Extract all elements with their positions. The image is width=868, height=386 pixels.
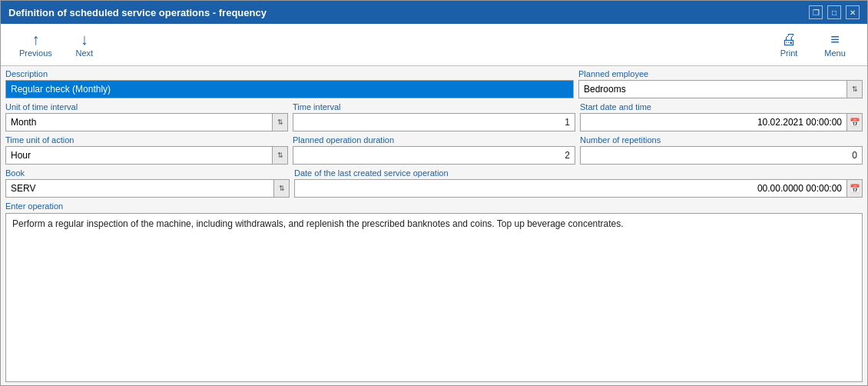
main-content: Description Planned employee ⇅ Unit of t… [1, 66, 867, 385]
print-button[interactable]: 🖨 Print [766, 28, 812, 61]
description-label: Description [5, 69, 574, 78]
previous-label: Previous [19, 48, 52, 58]
planned-employee-dropdown-btn[interactable]: ⇅ [846, 81, 862, 98]
next-label: Next [75, 48, 93, 58]
maximize-button[interactable]: □ [827, 5, 841, 19]
window-title: Definition of scheduled service operatio… [8, 7, 267, 18]
time-unit-action-field: Time unit of action ⇅ [5, 135, 288, 165]
next-icon: ↓ [81, 32, 88, 47]
time-unit-action-dropdown-btn[interactable]: ⇅ [272, 147, 287, 164]
row-3: Time unit of action ⇅ Planned operation … [5, 135, 863, 165]
planned-duration-label: Planned operation duration [293, 135, 575, 145]
time-unit-action-label: Time unit of action [5, 135, 288, 145]
menu-label: Menu [824, 48, 846, 58]
row-4: Book ⇅ Date of the last created service … [5, 168, 863, 198]
enter-operation-field: Enter operation Perform a regular inspec… [5, 201, 863, 382]
close-button[interactable]: ✕ [846, 5, 860, 19]
planned-duration-input[interactable] [293, 146, 575, 165]
unit-time-interval-label: Unit of time interval [5, 102, 288, 111]
print-icon: 🖨 [781, 32, 797, 47]
time-unit-action-wrapper: ⇅ [5, 146, 288, 165]
num-repetitions-field: Number of repetitions [580, 135, 863, 165]
book-label: Book [5, 168, 290, 178]
restore-button[interactable]: ❒ [809, 5, 823, 19]
menu-button[interactable]: ≡ Menu [812, 28, 858, 61]
start-date-label: Start date and time [580, 102, 863, 111]
book-input[interactable] [6, 180, 273, 197]
planned-employee-input-wrapper: ⇅ [578, 80, 863, 98]
unit-time-interval-input[interactable] [6, 114, 272, 131]
row-1: Description Planned employee ⇅ [5, 69, 863, 98]
time-unit-action-input[interactable] [6, 147, 272, 164]
previous-icon: ↑ [31, 32, 39, 47]
book-wrapper: ⇅ [5, 179, 290, 198]
last-service-calendar-btn[interactable]: 📅 [846, 180, 862, 197]
toolbar-right: 🖨 Print ≡ Menu [766, 28, 858, 61]
planned-employee-field: Planned employee ⇅ [578, 69, 863, 98]
start-date-field: Start date and time 📅 [580, 102, 863, 131]
toolbar: ↑ Previous ↓ Next 🖨 Print ≡ Menu [1, 24, 867, 66]
time-interval-input[interactable] [293, 113, 575, 131]
last-service-label: Date of the last created service operati… [294, 168, 863, 178]
last-service-input[interactable] [295, 180, 846, 197]
time-interval-label: Time interval [293, 102, 575, 111]
planned-employee-input[interactable] [579, 81, 846, 98]
row-2: Unit of time interval ⇅ Time interval St… [5, 102, 863, 131]
menu-icon: ≡ [830, 32, 840, 47]
description-input[interactable] [5, 80, 574, 98]
unit-time-interval-field: Unit of time interval ⇅ [5, 102, 288, 131]
enter-operation-text[interactable]: Perform a regular inspection of the mach… [5, 213, 863, 382]
planned-employee-label: Planned employee [578, 69, 863, 78]
last-service-wrapper: 📅 [294, 179, 863, 198]
book-field: Book ⇅ [5, 168, 290, 198]
planned-duration-field: Planned operation duration [293, 135, 575, 165]
unit-time-interval-dropdown-btn[interactable]: ⇅ [272, 114, 287, 131]
main-window: Definition of scheduled service operatio… [0, 0, 868, 386]
start-date-calendar-btn[interactable]: 📅 [846, 114, 862, 131]
enter-operation-label: Enter operation [5, 201, 863, 211]
previous-button[interactable]: ↑ Previous [10, 28, 61, 61]
num-repetitions-input[interactable] [580, 146, 863, 165]
num-repetitions-label: Number of repetitions [580, 135, 863, 145]
description-field: Description [5, 69, 574, 98]
title-bar: Definition of scheduled service operatio… [1, 1, 867, 24]
time-interval-field: Time interval [293, 102, 575, 131]
book-dropdown-btn[interactable]: ⇅ [273, 180, 289, 197]
title-controls: ❒ □ ✕ [809, 5, 860, 19]
unit-time-interval-wrapper: ⇅ [5, 113, 288, 131]
start-date-wrapper: 📅 [580, 113, 863, 131]
last-service-field: Date of the last created service operati… [294, 168, 863, 198]
start-date-input[interactable] [581, 114, 846, 131]
print-label: Print [780, 48, 798, 58]
next-button[interactable]: ↓ Next [61, 28, 108, 61]
